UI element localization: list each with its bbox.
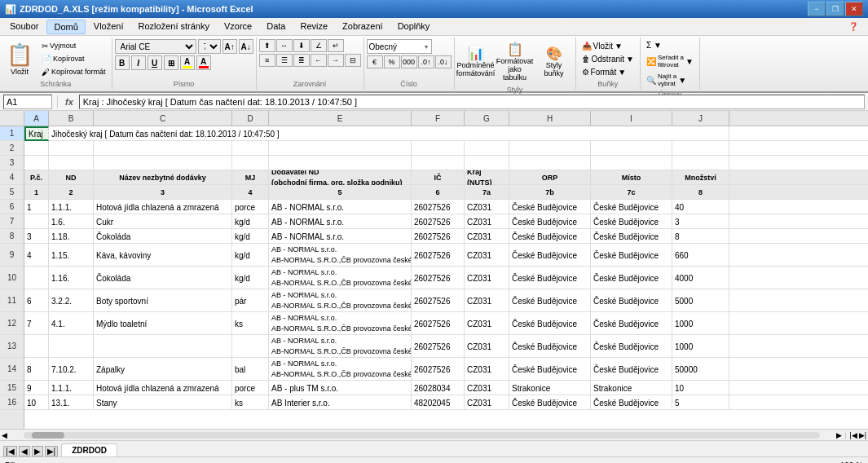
cell-9-F[interactable]: 26027526	[412, 244, 465, 267]
currency-button[interactable]: €	[367, 55, 383, 68]
col-header-a[interactable]: A	[24, 111, 49, 126]
cell-ref-box[interactable]: A1	[3, 95, 52, 109]
menu-item-domů[interactable]: Domů	[46, 20, 85, 34]
cell-2-G[interactable]	[465, 141, 509, 156]
cell-5-B[interactable]: 2	[49, 185, 94, 200]
merge-center-button[interactable]: ⊟	[345, 54, 361, 67]
col-header-e[interactable]: E	[269, 111, 412, 126]
menu-item-vzorce[interactable]: Vzorce	[218, 20, 258, 34]
formula-input[interactable]	[79, 95, 865, 109]
row-header-2[interactable]: 2	[0, 141, 24, 156]
cell-13-H[interactable]: České Budějovice	[509, 335, 591, 358]
paste-button[interactable]: 📋 Vložit	[2, 40, 37, 78]
cell-4-F[interactable]: IČ	[412, 170, 465, 185]
align-center-button[interactable]: ☰	[276, 54, 293, 67]
cell-5-D[interactable]: 4	[232, 185, 269, 200]
cell-15-J[interactable]: 10	[672, 381, 729, 395]
minimize-button[interactable]: −	[808, 2, 826, 16]
increase-font-button[interactable]: A↑	[223, 39, 237, 54]
sheet-next-btn[interactable]: ▶	[32, 446, 43, 456]
cell-4-H[interactable]: ORP	[509, 170, 591, 185]
cell-4-D[interactable]: MJ	[232, 170, 269, 185]
font-color-button[interactable]: A	[196, 55, 211, 70]
cell-7-A[interactable]	[24, 214, 49, 229]
cell-16-I[interactable]: České Budějovice	[591, 395, 672, 410]
sheet-prev-btn[interactable]: ◀	[19, 446, 30, 456]
cell-13-F[interactable]: 26027526	[412, 335, 465, 358]
cell-8-I[interactable]: České Budějovice	[591, 229, 672, 244]
menu-item-data[interactable]: Data	[260, 20, 292, 34]
sum-button[interactable]: Σ ▼	[643, 39, 697, 51]
cell-6-A[interactable]: 1	[24, 200, 49, 214]
cell-3-C[interactable]	[94, 156, 232, 170]
row-header-11[interactable]: 11	[0, 289, 24, 312]
cell-3-A[interactable]	[24, 156, 49, 170]
row-header-8[interactable]: 8	[0, 229, 24, 244]
cut-button[interactable]: ✂ Vyjmout	[38, 40, 109, 52]
cell-3-G[interactable]	[465, 156, 509, 170]
align-left-button[interactable]: ≡	[259, 54, 275, 67]
row-header-1[interactable]: 1	[0, 126, 24, 141]
percent-button[interactable]: %	[384, 55, 400, 68]
h-scroll-thumb[interactable]	[32, 432, 64, 439]
cell-4-B[interactable]: ND	[49, 170, 94, 185]
cell-11-I[interactable]: České Budějovice	[591, 289, 672, 312]
cell-14-F[interactable]: 26027526	[412, 358, 465, 381]
cell-14-E[interactable]: AB - NORMAL s.r.o.AB-NORMAL S.R.O.,ČB pr…	[269, 358, 412, 381]
cell-4-C[interactable]: Název nezbytné dodávky	[94, 170, 232, 185]
cell-3-I[interactable]	[591, 156, 672, 170]
cell-4-J[interactable]: Množství	[672, 170, 729, 185]
cell-13-E[interactable]: AB - NORMAL s.r.o.AB-NORMAL S.R.O.,ČB pr…	[269, 335, 412, 358]
cell-14-J[interactable]: 50000	[672, 358, 729, 381]
row-header-15[interactable]: 15	[0, 381, 24, 395]
cell-15-I[interactable]: Strakonice	[591, 381, 672, 395]
row-header-13[interactable]: 13	[0, 335, 24, 358]
cell-5-F[interactable]: 6	[412, 185, 465, 200]
cell-8-G[interactable]: CZ031	[465, 229, 509, 244]
sort-filter-button[interactable]: 🔀 Seřadit afiltrovat ▼	[643, 52, 697, 70]
row-header-3[interactable]: 3	[0, 156, 24, 170]
cell-5-H[interactable]: 7b	[509, 185, 591, 200]
fill-color-button[interactable]: A	[180, 55, 195, 70]
cell-8-C[interactable]: Čokoláda	[94, 229, 232, 244]
conditional-format-button[interactable]: 📊 Podmíněné formátování	[457, 43, 495, 80]
cell-15-C[interactable]: Hotová jídla chlazená a zmrazená	[94, 381, 232, 395]
cell-9-G[interactable]: CZ031	[465, 244, 509, 267]
cell-15-F[interactable]: 26028034	[412, 381, 465, 395]
format-table-button[interactable]: 📋 Formátovat jako tabulku	[496, 39, 534, 84]
cell-16-F[interactable]: 48202045	[412, 395, 465, 410]
cell-10-D[interactable]: kg/d	[232, 267, 269, 289]
cell-13-G[interactable]: CZ031	[465, 335, 509, 358]
fx-button[interactable]: fx	[63, 97, 76, 107]
increase-indent-button[interactable]: →	[328, 54, 344, 67]
cell-5-I[interactable]: 7c	[591, 185, 672, 200]
cell-14-D[interactable]: bal	[232, 358, 269, 381]
cell-12-A[interactable]: 7	[24, 312, 49, 335]
italic-button[interactable]: I	[131, 55, 146, 70]
cell-8-H[interactable]: České Budějovice	[509, 229, 591, 244]
cell-5-A[interactable]: 1	[24, 185, 49, 200]
cell-2-B[interactable]	[49, 141, 94, 156]
col-header-b[interactable]: B	[49, 111, 94, 126]
cell-7-E[interactable]: AB - NORMAL s.r.o.	[269, 214, 412, 229]
cell-13-I[interactable]: České Budějovice	[591, 335, 672, 358]
cell-9-J[interactable]: 660	[672, 244, 729, 267]
find-button[interactable]: 🔍 Najít avybrat ▼	[643, 71, 697, 89]
cell-15-B[interactable]: 1.1.1.	[49, 381, 94, 395]
cell-3-H[interactable]	[509, 156, 591, 170]
sheet-tab-zdrdod[interactable]: ZDRDOD	[61, 443, 117, 456]
cell-14-I[interactable]: České Budějovice	[591, 358, 672, 381]
cell-7-F[interactable]: 26027526	[412, 214, 465, 229]
cell-14-H[interactable]: České Budějovice	[509, 358, 591, 381]
cell-10-C[interactable]: Čokoláda	[94, 267, 232, 289]
cell-9-B[interactable]: 1.15.	[49, 244, 94, 267]
menu-item-rozložení-stránky[interactable]: Rozložení stránky	[132, 20, 216, 34]
cell-16-G[interactable]: CZ031	[465, 395, 509, 410]
cell-11-A[interactable]: 6	[24, 289, 49, 312]
cell-9-A[interactable]: 4	[24, 244, 49, 267]
cell-8-A[interactable]: 3	[24, 229, 49, 244]
cell-16-E[interactable]: AB Interier s.r.o.	[269, 395, 412, 410]
cell-1-a[interactable]: Kraj	[24, 126, 49, 141]
cell-7-C[interactable]: Cukr	[94, 214, 232, 229]
cell-9-D[interactable]: kg/d	[232, 244, 269, 267]
